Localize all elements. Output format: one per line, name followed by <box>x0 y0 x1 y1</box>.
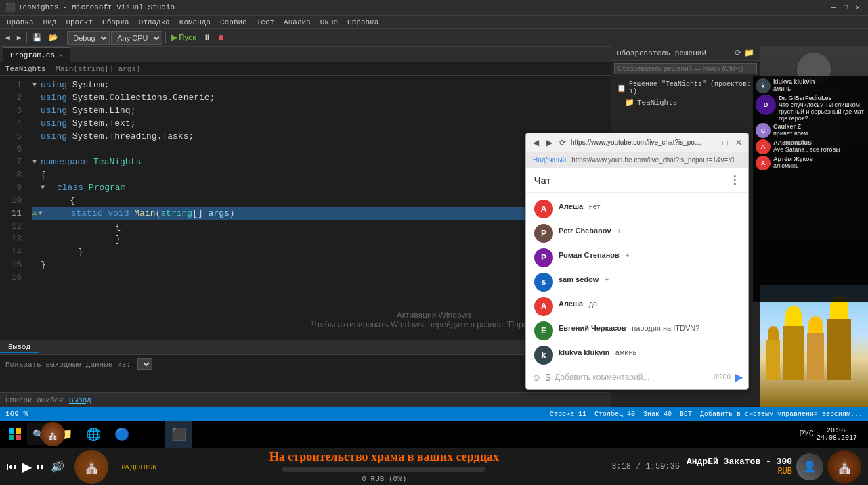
comment-2: D Dr. GIBerFedioLes Что случилось? Ты сл… <box>756 95 865 122</box>
chat-avatar-6: Е <box>534 321 553 340</box>
comment-content-1: klukva klukvin аминь <box>773 78 865 92</box>
tab-close-btn[interactable]: ✕ <box>59 51 63 60</box>
chat-messages[interactable]: А Алеша нет P Petr Chebanov + Р <box>526 193 748 365</box>
forward-btn[interactable]: ▶ <box>14 32 24 43</box>
chat-browser-bar: ◀ ▶ ⟳ https://www.youtube.com/live_chat?… <box>526 133 748 152</box>
chat-address-text: https://www.youtube.com/live_chat?is_pop… <box>571 156 744 164</box>
chat-forward-btn[interactable]: ▶ <box>544 137 555 148</box>
tree-project-label: TeaNights <box>637 99 677 107</box>
chat-address-bar: Надёжный https://www.youtube.com/live_ch… <box>526 152 748 168</box>
chat-avatar-3: Р <box>534 248 553 267</box>
play-button[interactable]: ▶ Пуск <box>169 32 198 43</box>
chat-back-btn[interactable]: ◀ <box>530 137 541 148</box>
comment-avatar-4: А <box>756 139 771 154</box>
menu-item-spravka[interactable]: Справка <box>343 18 383 27</box>
stream-prev-btn[interactable]: ⏮ <box>7 461 18 473</box>
fold-11[interactable]: ▼ <box>39 207 47 220</box>
stream-logo2: ⛪ <box>827 450 861 484</box>
menu-item-test[interactable]: Тест <box>253 18 278 27</box>
status-char: Знак 40 <box>643 411 672 418</box>
save-btn[interactable]: 💾 <box>30 32 45 43</box>
output-link[interactable]: Вывод <box>69 396 91 405</box>
output-source-select[interactable] <box>137 358 152 370</box>
taskbar-app-vs[interactable]: ⬛ <box>165 421 192 448</box>
title-bar: ⬛ TeaNights - Microsoft Visual Studio — … <box>0 0 868 15</box>
fold-9[interactable]: ▼ <box>41 181 49 194</box>
svg-rect-1 <box>16 428 21 434</box>
pause-btn[interactable]: ⏸ <box>200 32 213 43</box>
menu-item-pravka[interactable]: Правка <box>3 18 38 27</box>
tab-program-cs[interactable]: Program.cs ✕ <box>3 47 70 62</box>
code-line-16 <box>32 271 605 284</box>
toolbar: ◀ ▶ 💾 📂 Debug Any CPU ▶ Пуск ⏸ ⏹ <box>0 28 868 46</box>
menu-item-okno[interactable]: Окно <box>316 18 342 27</box>
debug-dropdown[interactable]: Debug <box>67 31 110 45</box>
chat-maximize-btn[interactable]: □ <box>720 137 731 148</box>
fold-1[interactable]: ▼ <box>32 78 41 91</box>
stream-volume-btn[interactable]: 🔊 <box>51 460 64 473</box>
chat-minimize-btn[interactable]: — <box>706 137 717 148</box>
tree-project[interactable]: 📁 TeaNights <box>611 97 760 108</box>
stream-progress-bar[interactable] <box>282 467 485 472</box>
close-btn[interactable]: ✕ <box>853 3 863 12</box>
code-area[interactable]: 1 2 3 4 5 6 7 8 9 10 11 12 13 14 15 16 <box>0 76 611 340</box>
tree-solution[interactable]: 📋 Решение "TeaNights" (проектов: 1) <box>611 79 760 97</box>
tab-output[interactable]: Вывод <box>0 342 39 353</box>
chat-close-btn[interactable]: ✕ <box>733 137 744 148</box>
stream-radio-label: РАДОНЕЖ <box>121 463 157 471</box>
menu-item-servis[interactable]: Сервис <box>216 18 251 27</box>
stream-amount: 0 RUB (0%) <box>362 475 406 483</box>
chat-avatar-2: P <box>534 224 553 243</box>
taskbar-app-edge[interactable]: 🌐 <box>80 421 107 448</box>
taskbar-system: РУС 20:02 24.08.2017 <box>799 427 865 442</box>
taskbar-time-display: 20:02 <box>817 427 857 434</box>
chat-avatar-4: s <box>534 273 553 292</box>
chat-more-btn[interactable]: ⋮ <box>729 174 740 187</box>
solution-tree: 📋 Решение "TeaNights" (проектов: 1) 📁 Te… <box>611 76 760 111</box>
code-line-2: using System.Collections.Generic; <box>32 91 605 104</box>
stream-playback-controls: ⏮ ▶ ⏭ 🔊 <box>7 459 64 475</box>
taskbar-app-chrome[interactable]: 🔵 <box>108 421 135 448</box>
minimize-btn[interactable]: — <box>829 3 838 12</box>
chat-reload-btn[interactable]: ⟳ <box>557 137 568 148</box>
stop-btn[interactable]: ⏹ <box>215 32 227 43</box>
stream-logo-img-left: ⛪ <box>41 422 65 446</box>
chat-send-btn[interactable]: ▶ <box>735 371 743 384</box>
code-editor[interactable]: ▼ using System; using System.Collections… <box>27 76 611 340</box>
chat-msg-content-4: sam sedow + <box>559 273 740 285</box>
status-source-control[interactable]: Добавить в систему управления версиям... <box>700 411 863 418</box>
open-btn[interactable]: 📂 <box>46 32 61 43</box>
menu-item-proekt[interactable]: Проект <box>62 18 97 27</box>
edge-icon: 🌐 <box>86 427 101 442</box>
bottom-panel: Вывод Показать выходные данные из: Списо… <box>0 340 611 407</box>
menu-item-komanda[interactable]: Команда <box>175 18 215 27</box>
back-btn[interactable]: ◀ <box>3 32 13 43</box>
stream-next-btn[interactable]: ⏭ <box>36 461 47 473</box>
error-list-label: Список ошибок <box>5 396 64 405</box>
cpu-dropdown[interactable]: Any CPU <box>111 31 162 45</box>
code-line-7: ▼ namespace TeaNights <box>32 156 605 168</box>
menu-item-vid[interactable]: Вид <box>39 18 61 27</box>
solution-toolbar-btn1[interactable]: ⟳ <box>735 48 741 58</box>
stream-title: На строительство храма в ваших сердцах <box>269 450 499 464</box>
menu-item-analiz[interactable]: Анализ <box>280 18 315 27</box>
solution-search-input[interactable] <box>614 63 757 74</box>
chat-trusted-button[interactable]: Надёжный <box>530 156 569 164</box>
chat-emoji-btn[interactable]: ☺ <box>531 372 541 383</box>
chat-comment-input[interactable] <box>555 373 710 382</box>
taskbar-start-btn[interactable] <box>3 422 27 446</box>
code-line-4: using System.Text; <box>32 117 605 130</box>
menu-item-otladka[interactable]: Отладка <box>135 18 174 27</box>
comment-avatar-1: k <box>756 78 771 93</box>
line-numbers: 1 2 3 4 5 6 7 8 9 10 11 12 13 14 15 16 <box>0 76 27 340</box>
taskbar-app-mail[interactable]: ✉ <box>137 421 164 448</box>
stream-play-btn[interactable]: ▶ <box>22 459 32 475</box>
mail-icon: ✉ <box>147 427 154 442</box>
chat-dollar-btn[interactable]: $ <box>545 372 550 383</box>
solution-toolbar-btn2[interactable]: 📁 <box>744 48 754 58</box>
code-line-14: } <box>32 246 605 258</box>
fold-7[interactable]: ▼ <box>32 156 41 168</box>
solution-explorer-header: Обозреватель решений ⟳ 📁 <box>611 46 760 61</box>
menu-item-sborka[interactable]: Сборка <box>98 18 133 27</box>
maximize-btn[interactable]: □ <box>841 3 850 12</box>
